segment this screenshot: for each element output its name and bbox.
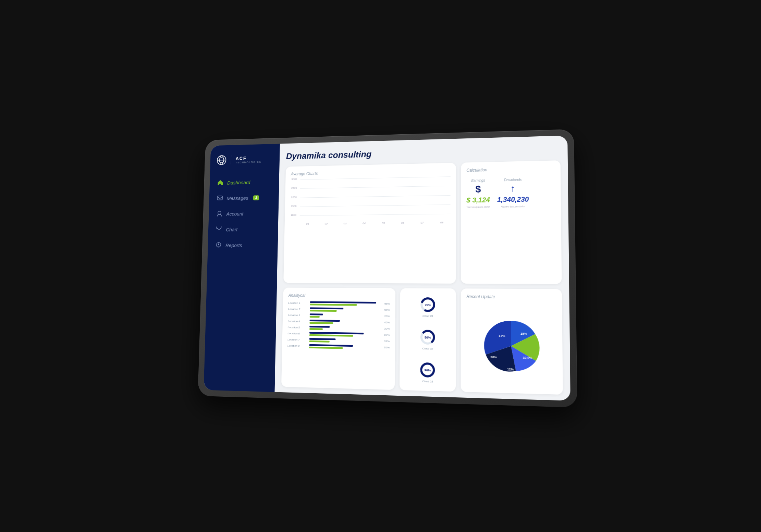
downloads-value: 1,340,230	[497, 195, 529, 204]
loc8-pct: 65%	[380, 346, 389, 349]
donut-item-01: 75% Chart 01	[419, 296, 437, 318]
donut-label-03: Chart 03	[422, 380, 432, 383]
donut-svg-01: 75%	[419, 296, 437, 313]
grid-line-3000: 3000	[300, 176, 450, 180]
loc4-pct: 45%	[380, 321, 390, 324]
loc4-dark-bar	[309, 319, 340, 321]
earnings-label: Earnings	[471, 178, 485, 183]
loc4-green-bar	[309, 322, 333, 324]
svg-rect-4	[217, 196, 222, 200]
sidebar-item-messages[interactable]: Messages 3	[209, 189, 279, 206]
sidebar-item-chart[interactable]: Chart	[208, 221, 278, 237]
x-label-07: 07	[414, 221, 430, 224]
loc2-green-bar	[310, 309, 336, 311]
page-title: Dynamika consulting	[286, 144, 560, 161]
loc4-track	[309, 319, 377, 324]
calc-metrics: Earnings $ $ 3,124 *lorem ipsum dolor Do…	[466, 177, 555, 209]
analytical-card: Analitycal Location 1 98% Locat	[281, 287, 395, 390]
analytical-row-8: Location 8 65%	[287, 344, 389, 350]
sidebar-item-dashboard[interactable]: Dashboard	[209, 174, 279, 191]
loc7-pct: 39%	[380, 339, 389, 343]
donut-item-03: 96% Chart 03	[419, 361, 436, 383]
svg-text:50%: 50%	[425, 335, 431, 339]
loc5-dark-bar	[309, 325, 330, 327]
tablet-frame: ACF TECHNOLOGIES Dashboard	[198, 129, 577, 407]
chart-grid-lines: 3000 2500 2000 1500 1000	[299, 176, 450, 216]
loc4-label: Location 4	[288, 320, 307, 323]
earnings-icon: $	[475, 184, 481, 195]
recent-update-title: Recent Update	[466, 294, 556, 299]
earnings-sub: *lorem ipsum dolor	[466, 205, 490, 209]
messages-icon	[217, 195, 223, 201]
analytical-title: Analitycal	[288, 293, 390, 298]
svg-line-2	[217, 160, 225, 160]
bar-group-02	[318, 215, 334, 215]
loc6-pct: 80%	[380, 333, 390, 337]
pie-label-20: 20%	[490, 355, 497, 359]
bar-group-08	[433, 214, 450, 214]
logo-text: ACF TECHNOLOGIES	[235, 155, 261, 163]
loc6-label: Location 6	[287, 332, 307, 335]
loc6-track	[309, 332, 377, 337]
loc6-dark-bar	[309, 332, 363, 334]
loc5-pct: 30%	[380, 327, 390, 331]
average-charts-title: Average Charts	[291, 168, 450, 176]
bar-group-01	[299, 215, 316, 216]
earnings-metric: Earnings $ $ 3,124 *lorem ipsum dolor	[466, 178, 490, 208]
loc8-dark-bar	[309, 344, 353, 346]
donut-label-02: Chart 02	[422, 347, 433, 350]
analytical-row-5: Location 5 30%	[287, 325, 390, 331]
recent-update-card: Recent Update	[461, 288, 563, 394]
loc1-track	[310, 301, 378, 306]
sidebar-item-reports[interactable]: Reports	[208, 237, 278, 253]
sidebar-item-account[interactable]: Account	[208, 205, 278, 221]
pie-label-17: 17%	[499, 334, 505, 337]
chart-icon	[216, 226, 222, 233]
donut-svg-02: 50%	[419, 328, 436, 346]
donut-svg-03: 96%	[419, 361, 436, 379]
bar-group-05	[375, 214, 391, 215]
bar-group-07	[414, 214, 430, 214]
downloads-label: Downloads	[504, 178, 521, 182]
analytical-row-7: Location 7 39%	[287, 337, 389, 343]
loc3-dark-bar	[309, 313, 323, 315]
acf-logo-icon	[216, 155, 226, 165]
loc2-dark-bar	[310, 307, 343, 309]
loc8-track	[309, 344, 377, 349]
loc2-track	[310, 307, 378, 312]
grid-line-1000: 1000	[299, 213, 450, 215]
x-label-01: 01	[299, 222, 316, 225]
pie-label-12: 12%	[507, 367, 514, 371]
analytical-row-4: Location 4 45%	[288, 319, 390, 324]
top-row: Average Charts 3000 2500 2000 1500 1000	[283, 160, 562, 284]
bar-chart-container: 3000 2500 2000 1500 1000	[290, 176, 450, 223]
loc7-dark-bar	[309, 338, 335, 340]
reports-label: Reports	[225, 242, 242, 248]
reports-icon	[215, 242, 222, 248]
logo-acf: ACF	[235, 155, 261, 161]
logo-divider	[231, 155, 231, 164]
bar-group-04	[356, 215, 372, 215]
analytical-row-6: Location 6 80%	[287, 331, 390, 337]
loc1-label: Location 1	[288, 301, 307, 305]
chart-label: Chart	[226, 226, 237, 232]
loc5-label: Location 5	[287, 326, 307, 329]
main-content: Dynamika consulting Average Charts 3000 …	[274, 135, 570, 400]
x-label-05: 05	[375, 221, 391, 224]
donut-label-01: Chart 01	[422, 314, 433, 318]
loc8-green-bar	[309, 346, 343, 349]
pie-svg: 17% 18% 32,5% 12% 20%	[480, 317, 542, 375]
svg-point-8	[218, 246, 219, 246]
sidebar: ACF TECHNOLOGIES Dashboard	[204, 144, 280, 392]
loc3-green-bar	[309, 316, 319, 317]
grid-line-2000: 2000	[300, 195, 450, 198]
svg-text:96%: 96%	[424, 368, 431, 372]
pie-label-18: 18%	[520, 332, 527, 335]
loc7-label: Location 7	[287, 338, 307, 341]
loc3-track	[309, 313, 377, 318]
x-label-02: 02	[318, 222, 334, 225]
account-icon	[216, 210, 223, 217]
analytical-row-2: Location 2 50%	[288, 307, 390, 312]
loc8-label: Location 8	[287, 344, 306, 347]
analytical-row-3: Location 3 20%	[288, 313, 390, 318]
